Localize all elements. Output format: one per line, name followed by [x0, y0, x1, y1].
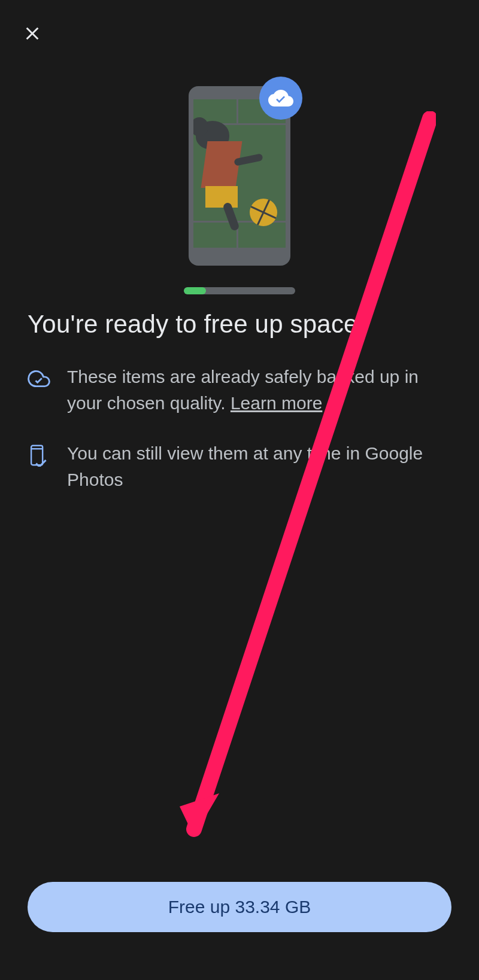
- close-icon: [23, 24, 42, 43]
- cloud-check-badge: [259, 77, 302, 120]
- page-title: You're ready to free up space: [28, 310, 451, 339]
- storage-progress-bar: [184, 287, 295, 294]
- cloud-done-icon: [28, 367, 50, 390]
- illustration-free-up-space: [180, 86, 299, 284]
- free-up-button-label: Free up 33.34 GB: [168, 897, 311, 917]
- info-backup-row: These items are already safely backed up…: [28, 364, 451, 417]
- phone-screen-illustration: [193, 99, 286, 248]
- info-view-text: You can still view them at any time in G…: [67, 440, 451, 494]
- phone-frame: [189, 86, 290, 266]
- close-button[interactable]: [22, 23, 43, 44]
- storage-progress-fill: [184, 287, 206, 294]
- cloud-check-icon: [268, 86, 293, 111]
- free-up-button[interactable]: Free up 33.34 GB: [28, 882, 451, 932]
- info-backup-text: These items are already safely backed up…: [67, 364, 451, 417]
- svg-marker-6: [180, 793, 219, 836]
- phone-check-icon: [28, 444, 50, 467]
- learn-more-link[interactable]: Learn more: [231, 393, 322, 413]
- info-view-row: You can still view them at any time in G…: [28, 440, 451, 494]
